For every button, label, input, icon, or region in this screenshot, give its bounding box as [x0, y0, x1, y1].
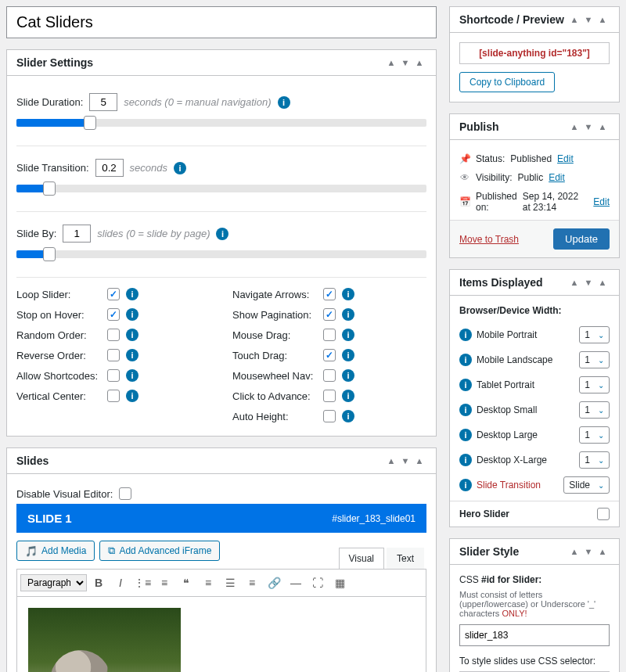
slideby-input[interactable] — [63, 225, 91, 243]
panel-title: Shortcode / Preview — [459, 13, 564, 26]
info-icon[interactable]: i — [126, 390, 139, 402]
chevron-down-icon: ⌄ — [598, 456, 604, 465]
info-icon[interactable]: i — [342, 308, 354, 321]
device-select[interactable]: 1⌄ — [579, 376, 610, 393]
trash-link[interactable]: Move to Trash — [459, 234, 519, 245]
info-icon[interactable]: i — [459, 479, 472, 491]
info-icon[interactable]: i — [126, 369, 139, 382]
checkbox[interactable] — [107, 390, 120, 402]
editor-body[interactable] — [17, 597, 426, 672]
publish-panel: Publish ▲ ▼ ▲ 📌 Status: Published Edit 👁… — [449, 113, 620, 258]
toolbar-toggle-icon[interactable]: ▦ — [329, 573, 350, 593]
info-icon[interactable]: i — [342, 410, 354, 422]
info-icon[interactable]: i — [126, 349, 139, 361]
checkbox[interactable] — [323, 308, 336, 321]
info-icon[interactable]: i — [342, 329, 354, 341]
panel-up-icon[interactable]: ▲ — [567, 15, 581, 24]
add-media-button[interactable]: 🎵Add Media — [16, 541, 95, 561]
disable-editor-checkbox[interactable] — [119, 487, 131, 500]
update-button[interactable]: Update — [553, 228, 610, 250]
checkbox[interactable] — [323, 349, 336, 361]
transition-slider[interactable] — [16, 185, 426, 192]
bold-icon[interactable]: B — [88, 573, 109, 593]
info-icon[interactable]: i — [278, 96, 290, 109]
align-center-icon[interactable]: ☰ — [220, 573, 240, 593]
info-icon[interactable]: i — [459, 429, 472, 441]
checkbox[interactable] — [107, 369, 120, 382]
panel-down-icon[interactable]: ▼ — [398, 58, 412, 67]
panel-up-icon[interactable]: ▲ — [567, 547, 581, 556]
panel-up-icon[interactable]: ▲ — [567, 278, 581, 287]
device-select[interactable]: 1⌄ — [579, 326, 610, 343]
add-iframe-button[interactable]: ⧉Add Advanced iFrame — [99, 541, 220, 561]
fullscreen-icon[interactable]: ⛶ — [308, 573, 328, 593]
checkbox[interactable] — [107, 308, 120, 321]
checkbox[interactable] — [323, 329, 336, 341]
checkbox[interactable] — [323, 410, 336, 422]
align-right-icon[interactable]: ≡ — [242, 573, 262, 593]
checkbox[interactable] — [107, 349, 120, 361]
device-select[interactable]: 1⌄ — [579, 351, 610, 368]
cat-image[interactable] — [28, 608, 181, 672]
panel-toggle-icon[interactable]: ▲ — [412, 58, 426, 67]
info-icon[interactable]: i — [342, 349, 354, 361]
panel-down-icon[interactable]: ▼ — [398, 456, 412, 465]
checkbox[interactable] — [107, 329, 120, 341]
edit-visibility-link[interactable]: Edit — [549, 172, 565, 183]
edit-status-link[interactable]: Edit — [557, 153, 574, 164]
format-select[interactable]: Paragraph — [20, 574, 87, 591]
panel-toggle-icon[interactable]: ▲ — [595, 278, 610, 287]
device-select[interactable]: 1⌄ — [579, 451, 610, 469]
checkbox[interactable] — [107, 288, 120, 300]
slider-title-input[interactable] — [6, 6, 437, 38]
panel-up-icon[interactable]: ▲ — [384, 456, 398, 465]
info-icon[interactable]: i — [459, 329, 472, 341]
text-tab[interactable]: Text — [387, 548, 424, 569]
info-icon[interactable]: i — [126, 308, 139, 321]
more-icon[interactable]: — — [286, 573, 306, 593]
info-icon[interactable]: i — [126, 329, 139, 341]
checkbox[interactable] — [323, 390, 336, 402]
info-icon[interactable]: i — [459, 379, 472, 391]
duration-input[interactable] — [89, 93, 117, 111]
visual-tab[interactable]: Visual — [339, 548, 384, 569]
transition-select[interactable]: Slide⌄ — [563, 476, 610, 494]
info-icon[interactable]: i — [342, 390, 354, 402]
duration-slider[interactable] — [16, 119, 426, 127]
number-list-icon[interactable]: ≡ — [154, 573, 174, 593]
panel-toggle-icon[interactable]: ▲ — [595, 15, 610, 24]
panel-down-icon[interactable]: ▼ — [581, 547, 595, 556]
device-select[interactable]: 1⌄ — [579, 426, 610, 444]
info-icon[interactable]: i — [459, 404, 472, 416]
panel-toggle-icon[interactable]: ▲ — [412, 456, 426, 465]
edit-date-link[interactable]: Edit — [593, 196, 610, 207]
slideby-slider[interactable] — [16, 250, 426, 258]
transition-input[interactable] — [95, 159, 124, 177]
info-icon[interactable]: i — [174, 162, 186, 174]
link-icon[interactable]: 🔗 — [264, 573, 284, 593]
copy-button[interactable]: Copy to Clipboard — [459, 72, 555, 92]
panel-down-icon[interactable]: ▼ — [581, 15, 595, 24]
bullet-list-icon[interactable]: ⋮≡ — [132, 573, 153, 593]
panel-down-icon[interactable]: ▼ — [581, 278, 595, 287]
panel-toggle-icon[interactable]: ▲ — [595, 122, 610, 131]
quote-icon[interactable]: ❝ — [176, 573, 196, 593]
align-left-icon[interactable]: ≡ — [198, 573, 218, 593]
checkbox[interactable] — [323, 369, 336, 382]
panel-down-icon[interactable]: ▼ — [581, 122, 595, 131]
css-id-input[interactable] — [459, 624, 610, 646]
info-icon[interactable]: i — [342, 288, 354, 300]
panel-up-icon[interactable]: ▲ — [384, 58, 398, 67]
info-icon[interactable]: i — [216, 228, 228, 240]
checkbox[interactable] — [323, 288, 336, 300]
info-icon[interactable]: i — [126, 288, 139, 300]
panel-toggle-icon[interactable]: ▲ — [595, 547, 610, 556]
disable-editor-label: Disable Visual Editor: — [16, 488, 113, 500]
italic-icon[interactable]: I — [110, 573, 131, 593]
info-icon[interactable]: i — [459, 454, 472, 466]
info-icon[interactable]: i — [459, 354, 472, 366]
device-select[interactable]: 1⌄ — [579, 401, 610, 419]
hero-checkbox[interactable] — [597, 508, 610, 520]
info-icon[interactable]: i — [342, 369, 354, 382]
panel-up-icon[interactable]: ▲ — [567, 122, 581, 131]
